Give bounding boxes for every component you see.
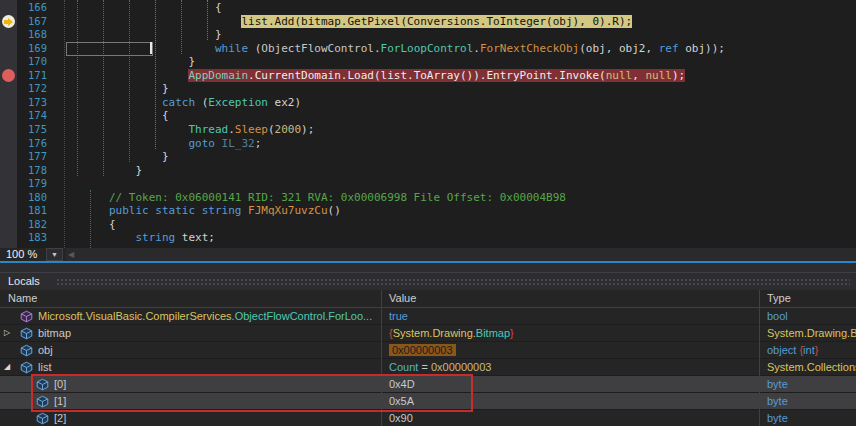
locals-name-cell: Microsoft.VisualBasic.CompilerServices.O… <box>38 308 380 324</box>
locals-type-cell: object {int} <box>767 342 856 358</box>
line-number: 172 <box>17 82 47 96</box>
code-line: 175 Thread.Sleep(2000); <box>0 123 856 137</box>
locals-type-cell: byte <box>767 393 856 409</box>
locals-name-cell: obj <box>38 342 380 358</box>
locals-type-cell: System.Drawing.Bi <box>767 325 856 341</box>
locals-grid-header: Name Value Type <box>0 290 856 308</box>
code-line: 170 } <box>0 55 856 69</box>
locals-value-cell: 0x00000003 <box>389 342 757 358</box>
line-number: 182 <box>17 218 47 232</box>
locals-type-cell: byte <box>767 376 856 392</box>
annotation-box <box>31 374 473 412</box>
titlebar-drag-dots <box>56 278 850 287</box>
code-line: 172 } <box>0 82 856 96</box>
text-caret <box>150 42 152 54</box>
locals-panel: Locals Name Value Type Microsoft.VisualB… <box>0 272 856 426</box>
locals-type-cell: byte <box>767 410 856 426</box>
scroll-left-arrow-icon[interactable]: ◀ <box>68 248 74 261</box>
purple-cube-icon <box>20 310 33 323</box>
code-line: 179 <box>0 177 856 191</box>
code-line: 183 string text; <box>0 231 856 245</box>
locals-row[interactable]: obj0x00000003object {int} <box>0 342 856 359</box>
line-number: 176 <box>17 137 47 151</box>
code-line: 177 } <box>0 150 856 164</box>
column-header-name[interactable]: Name <box>8 292 37 304</box>
line-number: 169 <box>17 42 47 56</box>
locals-value-cell: 0x90 <box>389 410 757 426</box>
code-line: 173 catch (Exception ex2) <box>0 96 856 110</box>
line-number: 170 <box>17 55 47 69</box>
line-number: 181 <box>17 204 47 218</box>
line-number: 180 <box>17 191 47 205</box>
locals-title-bar[interactable]: Locals <box>0 272 856 290</box>
line-number: 178 <box>17 164 47 178</box>
column-header-type[interactable]: Type <box>767 292 791 304</box>
code-line: 178 } <box>0 164 856 178</box>
locals-value-cell: {System.Drawing.Bitmap} <box>389 325 757 341</box>
locals-value-cell: Count = 0x00000003 <box>389 359 757 375</box>
column-divider[interactable] <box>759 290 760 426</box>
code-line: 176 goto IL_32; <box>0 137 856 151</box>
horizontal-scrollbar[interactable]: ◀ <box>66 248 856 261</box>
locals-type-cell: bool <box>767 308 856 324</box>
locals-name-cell: [2] <box>54 410 380 426</box>
code-line: 181 public static string FJMqXu7uvzCu() <box>0 204 856 218</box>
line-number: 174 <box>17 109 47 123</box>
line-number: 177 <box>17 150 47 164</box>
expander-expanded-icon[interactable]: ◢ <box>4 359 16 375</box>
dnspy-debugger-window: { "colors": { "editor_background": "#1e1… <box>0 0 856 426</box>
blue-cube-icon <box>36 412 49 425</box>
blue-cube-icon <box>20 327 33 340</box>
line-number: 167 <box>17 15 47 29</box>
expander-collapsed-icon[interactable]: ▷ <box>4 325 16 341</box>
code-line: 180 // Token: 0x06000141 RID: 321 RVA: 0… <box>0 191 856 205</box>
line-number: 171 <box>17 69 47 83</box>
code-line: 167 list.Add(bitmap.GetPixel(Conversions… <box>0 15 856 29</box>
zoom-dropdown-button[interactable]: ▼ <box>46 248 63 261</box>
locals-row[interactable]: [2]0x90byte <box>0 410 856 426</box>
caret-line-box <box>66 42 153 56</box>
code-line: 168 } <box>0 28 856 42</box>
locals-name-cell: bitmap <box>38 325 380 341</box>
code-editor[interactable]: 166 {167 list.Add(bitmap.GetPixel(Conver… <box>0 0 856 248</box>
blue-cube-icon <box>20 361 33 374</box>
current-statement-arrow-icon[interactable] <box>2 15 15 28</box>
zoom-level-value[interactable]: 100 % <box>6 248 37 261</box>
line-number: 183 <box>17 231 47 245</box>
column-header-value[interactable]: Value <box>389 292 416 304</box>
line-number: 175 <box>17 123 47 137</box>
locals-name-cell: list <box>38 359 380 375</box>
panel-accent-divider <box>0 261 856 263</box>
code-line: 182 { <box>0 218 856 232</box>
code-line: 171 AppDomain.CurrentDomain.Load(list.To… <box>0 69 856 83</box>
locals-title: Locals <box>8 275 40 287</box>
locals-type-cell: System.Collections <box>767 359 856 375</box>
line-number: 166 <box>17 1 47 15</box>
line-number: 173 <box>17 96 47 110</box>
locals-row[interactable]: Microsoft.VisualBasic.CompilerServices.O… <box>0 308 856 325</box>
line-number: 168 <box>17 28 47 42</box>
line-number: 179 <box>17 177 47 191</box>
locals-value-cell: true <box>389 308 757 324</box>
editor-bottom-bar: 100 % ▼ ◀ <box>0 248 856 261</box>
code-line: 174 { <box>0 109 856 123</box>
code-line: 166 { <box>0 1 856 15</box>
locals-row[interactable]: ▷bitmap{System.Drawing.Bitmap}System.Dra… <box>0 325 856 342</box>
blue-cube-icon <box>20 344 33 357</box>
